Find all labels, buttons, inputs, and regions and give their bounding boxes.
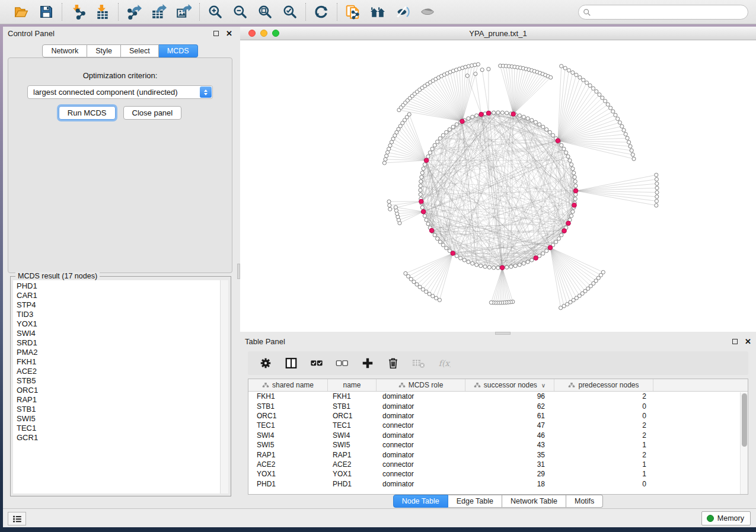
mcds-result-item[interactable]: RAP1 — [17, 395, 220, 405]
leaf-node — [629, 145, 632, 148]
graph-node — [564, 151, 568, 155]
table-row[interactable]: ACE2ACE2connector311 — [248, 460, 748, 469]
table-row[interactable]: PHD1PHD1dominator180 — [248, 479, 748, 489]
hide-style-icon[interactable] — [394, 4, 411, 20]
optimization-criterion-select[interactable]: largest connected component (undirected) — [27, 85, 213, 99]
export-image-icon[interactable] — [176, 4, 192, 20]
table-row[interactable]: YOX1YOX1connector291 — [248, 469, 748, 479]
graphics-details-icon[interactable] — [419, 4, 436, 20]
mcds-result-item[interactable]: SWI5 — [17, 414, 220, 424]
graph-node — [572, 171, 576, 175]
search-input[interactable] — [591, 7, 748, 18]
mcds-result-item[interactable]: YOX1 — [17, 319, 220, 329]
close-panel-button[interactable]: Close panel — [123, 106, 182, 120]
tab-select[interactable]: Select — [121, 44, 159, 57]
zoom-selected-icon[interactable] — [282, 4, 298, 20]
save-session-icon[interactable] — [38, 4, 55, 20]
mcds-result-item[interactable]: PHD1 — [17, 281, 220, 291]
zoom-selected-icon — [282, 4, 298, 20]
leaf-node — [428, 292, 431, 296]
export-table-icon[interactable] — [151, 4, 167, 20]
tab-mcds[interactable]: MCDS — [159, 44, 198, 57]
leaf-node — [575, 73, 578, 76]
network-canvas[interactable] — [240, 40, 756, 332]
gear-icon[interactable] — [257, 355, 274, 371]
mcds-result-item[interactable]: ACE2 — [17, 367, 220, 376]
import-table-icon[interactable] — [94, 4, 111, 20]
table-row[interactable]: STB1STB1dominator620 — [248, 401, 748, 411]
mcds-hub-node — [566, 221, 571, 226]
column-header-successor-nodes[interactable]: successor nodes∨ — [465, 379, 554, 391]
zoom-out-icon[interactable] — [232, 4, 248, 20]
table-scrollbar[interactable] — [740, 392, 748, 494]
refresh-icon[interactable] — [313, 4, 330, 20]
table-row[interactable]: TEC1TEC1connector472 — [248, 421, 748, 430]
export-network-icon — [126, 4, 142, 20]
table-row[interactable]: RAP1RAP1dominator352 — [248, 450, 748, 459]
new-network-from-selection-icon[interactable] — [344, 4, 361, 20]
tab-network-table[interactable]: Network Table — [502, 495, 566, 508]
graph-node — [505, 265, 509, 269]
delete-column-icon[interactable] — [385, 355, 401, 371]
tab-motifs[interactable]: Motifs — [566, 495, 603, 508]
leaf-node — [591, 86, 595, 90]
table-scrollbar-thumb[interactable] — [742, 393, 747, 447]
function-builder-icon: f(x) — [436, 355, 452, 371]
import-network-icon[interactable] — [69, 4, 86, 20]
task-history-button[interactable] — [8, 512, 26, 525]
table-cell: 1 — [554, 460, 653, 469]
run-mcds-button[interactable]: Run MCDS — [59, 106, 116, 120]
tab-style[interactable]: Style — [87, 44, 121, 57]
mcds-result-item[interactable]: GCR1 — [17, 433, 220, 443]
first-neighbors-icon[interactable] — [369, 4, 386, 20]
mcds-result-item[interactable]: TEC1 — [17, 424, 220, 433]
column-header-shared-name[interactable]: shared name — [248, 379, 328, 391]
add-column-icon[interactable] — [359, 355, 376, 371]
graph-node — [509, 265, 513, 268]
select-all-icon[interactable] — [308, 355, 325, 371]
mcds-result-item[interactable]: STP4 — [17, 300, 220, 310]
column-header-predecessor-nodes[interactable]: predecessor nodes — [554, 379, 653, 391]
column-header-MCDS-role[interactable]: MCDS role — [377, 379, 465, 391]
mcds-result-item[interactable]: CAR1 — [17, 291, 220, 300]
mcds-result-item[interactable]: ORC1 — [17, 386, 220, 395]
tab-network[interactable]: Network — [42, 44, 87, 57]
mcds-result-item[interactable]: SWI4 — [17, 329, 220, 338]
table-cell: 1 — [554, 441, 653, 449]
table-cell: dominator — [377, 431, 465, 440]
tab-node-table[interactable]: Node Table — [393, 495, 448, 508]
gear-icon — [259, 357, 272, 370]
column-header-name[interactable]: name — [328, 379, 377, 391]
table-row[interactable]: ORC1ORC1dominator610 — [248, 411, 748, 421]
mcds-result-scrollbar[interactable] — [220, 280, 228, 493]
memory-button[interactable]: Memory — [701, 511, 751, 525]
leaf-node — [631, 153, 634, 156]
table-cell: 2 — [554, 451, 653, 459]
leaf-node — [616, 117, 620, 120]
mcds-result-item[interactable]: TID3 — [17, 310, 220, 319]
zoom-in-icon[interactable] — [207, 4, 224, 20]
zoom-fit-icon[interactable] — [257, 4, 273, 20]
network-window-titlebar[interactable]: YPA_prune.txt_1 — [240, 27, 756, 40]
mcds-result-item[interactable]: STB5 — [17, 376, 220, 386]
export-network-icon[interactable] — [126, 4, 142, 20]
columns-icon[interactable] — [283, 355, 299, 371]
float-table-panel-icon[interactable] — [732, 339, 738, 344]
import-table-icon — [95, 4, 110, 20]
table-row[interactable]: FKH1FKH1dominator962 — [248, 392, 748, 401]
open-folder-icon[interactable] — [13, 4, 30, 20]
table-row[interactable]: SWI5SWI5connector431 — [248, 440, 748, 450]
close-table-panel-icon[interactable]: ✕ — [745, 338, 751, 345]
close-panel-icon[interactable]: ✕ — [226, 30, 232, 37]
table-row[interactable]: SWI4SWI4dominator462 — [248, 431, 748, 440]
float-panel-icon[interactable] — [213, 31, 219, 36]
deselect-all-icon[interactable] — [334, 355, 350, 371]
graph-node — [571, 167, 575, 171]
tab-edge-table[interactable]: Edge Table — [448, 495, 502, 508]
mcds-result-item[interactable]: PMA2 — [17, 348, 220, 357]
mcds-result-item[interactable]: SRD1 — [17, 338, 220, 348]
graph-node — [420, 175, 423, 179]
mcds-result-item[interactable]: STB1 — [17, 405, 220, 414]
mcds-result-item[interactable]: FKH1 — [17, 357, 220, 367]
table-cell: dominator — [377, 412, 465, 420]
